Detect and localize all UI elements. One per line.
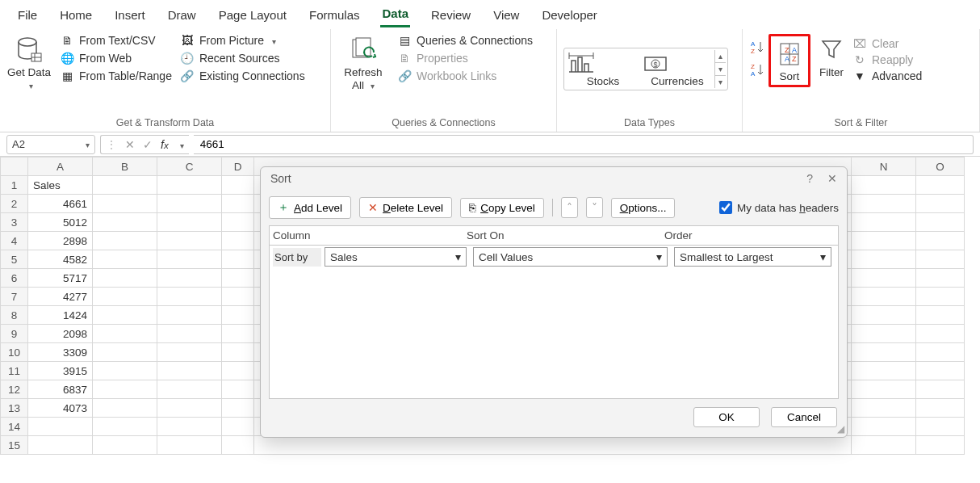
cell[interactable] — [157, 343, 222, 362]
cell[interactable] — [916, 362, 965, 380]
advanced-filter-button[interactable]: ▼Advanced — [852, 69, 922, 82]
cell[interactable] — [222, 343, 254, 362]
cell[interactable] — [28, 418, 93, 436]
filter-button[interactable]: Filter — [814, 34, 849, 79]
cell[interactable] — [916, 176, 965, 195]
cell[interactable] — [222, 399, 254, 418]
cell[interactable]: 6837 — [28, 380, 93, 399]
cell[interactable] — [852, 288, 916, 306]
select-all-corner[interactable] — [1, 158, 28, 176]
row-header[interactable]: 9 — [1, 325, 28, 343]
cell[interactable]: 4582 — [28, 250, 93, 269]
cell[interactable] — [157, 436, 222, 455]
cell[interactable] — [916, 343, 965, 362]
cell[interactable] — [852, 195, 916, 213]
from-web-button[interactable]: 🌐From Web — [60, 52, 172, 65]
row-header[interactable]: 15 — [1, 436, 28, 455]
row-header[interactable]: 4 — [1, 232, 28, 250]
cell[interactable] — [157, 176, 222, 195]
cell[interactable] — [157, 213, 222, 232]
cell[interactable] — [852, 213, 916, 232]
resize-grip-icon[interactable]: ◢ — [837, 423, 844, 435]
cell[interactable] — [157, 250, 222, 269]
cell[interactable] — [157, 362, 222, 380]
cell[interactable] — [222, 380, 254, 399]
gallery-down-button[interactable]: ▾ — [715, 63, 726, 76]
row-header[interactable]: 12 — [1, 380, 28, 399]
add-level-button[interactable]: ＋Add Level — [269, 196, 351, 219]
reapply-button[interactable]: ↻Reapply — [852, 53, 922, 66]
cell[interactable] — [93, 380, 157, 399]
delete-level-button[interactable]: ✕Delete Level — [359, 197, 452, 218]
recent-sources-button[interactable]: 🕘Recent Sources — [180, 52, 305, 65]
cell[interactable] — [157, 269, 222, 288]
tab-view[interactable]: View — [492, 3, 521, 27]
fx-dropdown-icon[interactable] — [177, 138, 184, 151]
sort-button[interactable]: ZAAZ Sort — [772, 38, 807, 83]
row-header[interactable]: 10 — [1, 343, 28, 362]
cell[interactable] — [852, 436, 916, 455]
close-icon[interactable]: ✕ — [827, 172, 837, 185]
cell[interactable]: 3915 — [28, 362, 93, 380]
move-down-button[interactable]: ˅ — [586, 197, 603, 218]
tab-data[interactable]: Data — [380, 2, 410, 27]
cell[interactable] — [93, 436, 157, 455]
col-header-D[interactable]: D — [222, 158, 254, 176]
name-box[interactable]: A2 — [6, 135, 95, 154]
currencies-button[interactable]: $ Currencies — [640, 51, 714, 87]
tab-draw[interactable]: Draw — [166, 3, 198, 27]
refresh-all-button[interactable]: Refresh All — [337, 34, 389, 92]
tab-developer[interactable]: Developer — [540, 3, 598, 27]
cell[interactable]: 4277 — [28, 288, 93, 306]
row-header[interactable]: 13 — [1, 399, 28, 418]
queries-connections-button[interactable]: ▤Queries & Connections — [397, 34, 533, 47]
cell[interactable] — [916, 250, 965, 269]
cell[interactable] — [852, 250, 916, 269]
from-picture-button[interactable]: 🖼From Picture — [180, 34, 305, 47]
row-header[interactable]: 1 — [1, 176, 28, 195]
col-header-C[interactable]: C — [157, 158, 222, 176]
cell[interactable] — [222, 250, 254, 269]
cell[interactable] — [916, 399, 965, 418]
cell[interactable] — [852, 325, 916, 343]
headers-checkbox-row[interactable]: My data has headers — [719, 201, 839, 214]
cell[interactable]: 5717 — [28, 269, 93, 288]
cell[interactable]: 5012 — [28, 213, 93, 232]
row-header[interactable]: 8 — [1, 306, 28, 325]
col-header-O[interactable]: O — [916, 158, 965, 176]
cell[interactable] — [157, 418, 222, 436]
accept-formula-icon[interactable]: ✓ — [143, 138, 153, 151]
cell[interactable] — [93, 176, 157, 195]
cell[interactable] — [852, 306, 916, 325]
col-header-B[interactable]: B — [93, 158, 157, 176]
headers-checkbox[interactable] — [719, 201, 732, 214]
cell[interactable] — [916, 436, 965, 455]
clear-filter-button[interactable]: ⌧Clear — [852, 37, 922, 50]
cell[interactable] — [157, 380, 222, 399]
properties-button[interactable]: 🗎Properties — [397, 52, 533, 65]
cell[interactable] — [93, 343, 157, 362]
cell[interactable] — [93, 269, 157, 288]
sort-desc-button[interactable]: ZA — [749, 61, 765, 78]
tab-formulas[interactable]: Formulas — [308, 3, 362, 27]
tab-page-layout[interactable]: Page Layout — [217, 3, 288, 27]
cell[interactable] — [93, 306, 157, 325]
cell[interactable] — [852, 380, 916, 399]
cell[interactable]: 3309 — [28, 343, 93, 362]
cell[interactable] — [157, 306, 222, 325]
cell[interactable]: 1424 — [28, 306, 93, 325]
cell[interactable]: 4073 — [28, 399, 93, 418]
cell[interactable] — [916, 195, 965, 213]
cell[interactable] — [222, 213, 254, 232]
cell[interactable] — [28, 436, 93, 455]
cell[interactable]: 2098 — [28, 325, 93, 343]
cell[interactable] — [93, 399, 157, 418]
row-header[interactable]: 5 — [1, 250, 28, 269]
formula-input[interactable] — [194, 135, 974, 154]
from-table-button[interactable]: ▦From Table/Range — [60, 69, 172, 82]
cell[interactable] — [93, 325, 157, 343]
cell[interactable] — [93, 250, 157, 269]
cancel-formula-icon[interactable]: ✕ — [125, 138, 135, 151]
row-header[interactable]: 2 — [1, 195, 28, 213]
cell[interactable] — [916, 380, 965, 399]
